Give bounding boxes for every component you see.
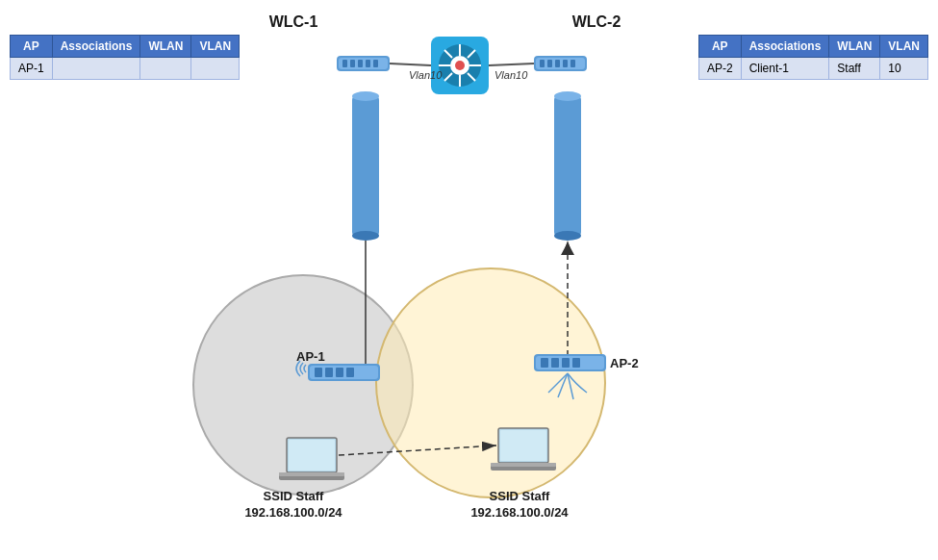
svg-rect-17 [366, 60, 370, 67]
svg-rect-24 [570, 60, 575, 67]
ap2-label: AP-2 [610, 356, 639, 370]
svg-line-12 [468, 50, 475, 58]
right-ap-associations: Client-1 [741, 58, 829, 80]
svg-point-2 [439, 44, 481, 87]
right-table-header-vlan: VLAN [880, 36, 928, 58]
svg-rect-14 [342, 60, 347, 67]
left-ap-wlan [140, 58, 191, 80]
svg-rect-13 [339, 58, 388, 69]
svg-line-10 [468, 73, 475, 81]
wlc2-label: WLC-2 [572, 13, 621, 30]
right-ap-wlan: Staff [829, 58, 880, 80]
vlan10-label-right: Vlan10 [494, 69, 528, 81]
svg-rect-18 [373, 60, 378, 67]
ssid-left-label-line2: 192.168.100.0/24 [244, 505, 342, 520]
line-router-right-switch [489, 64, 534, 65]
svg-point-26 [352, 231, 379, 241]
svg-rect-21 [547, 60, 552, 67]
router-icon [431, 37, 489, 94]
capwap-cylinder-left [352, 96, 379, 236]
right-ap-vlan: 10 [880, 58, 928, 80]
right-ap-name: AP-2 [698, 58, 741, 80]
svg-line-11 [444, 73, 452, 81]
coverage-circle-right [375, 267, 606, 498]
right-table-header-ap: AP [698, 36, 741, 58]
table-row: AP-2 Client-1 Staff 10 [698, 58, 927, 80]
svg-point-4 [455, 61, 465, 70]
left-table-header-vlan: VLAN [191, 36, 240, 58]
left-ap-name: AP-1 [11, 58, 53, 80]
capwap-label-left: C A P W A P [421, 139, 433, 198]
switch-left [337, 56, 390, 71]
svg-rect-20 [540, 60, 545, 67]
wlc1-label: WLC-1 [269, 13, 318, 30]
left-table-header-associations: Associations [52, 36, 140, 58]
capwap-label-right: C A P W A P [623, 139, 635, 198]
right-table-header-wlan: WLAN [829, 36, 880, 58]
svg-rect-15 [350, 60, 355, 67]
capwap-cylinder-right [554, 96, 581, 236]
svg-rect-23 [563, 60, 568, 67]
left-ap-associations [52, 58, 140, 80]
ssid-right-label-line2: 192.168.100.0/24 [470, 505, 569, 520]
svg-point-3 [450, 56, 469, 75]
left-table-header-wlan: WLAN [140, 36, 191, 58]
left-table-header-ap: AP [11, 36, 53, 58]
table-row: AP-1 [11, 58, 240, 80]
line-left-switch-router [390, 64, 431, 65]
svg-point-27 [554, 91, 581, 101]
capwap-arrow-down [561, 242, 574, 255]
right-table-header-associations: Associations [741, 36, 829, 58]
svg-point-25 [352, 91, 379, 101]
svg-point-28 [554, 231, 581, 241]
svg-rect-19 [536, 58, 585, 69]
right-ap-table: AP Associations WLAN VLAN AP-2 Client-1 … [698, 35, 928, 80]
left-ap-vlan [191, 58, 240, 80]
switch-right [534, 56, 587, 71]
svg-rect-16 [358, 60, 363, 67]
svg-line-9 [444, 50, 452, 58]
vlan10-label-left: Vlan10 [409, 69, 443, 81]
svg-rect-22 [555, 60, 560, 67]
left-ap-table: AP Associations WLAN VLAN AP-1 [10, 35, 240, 80]
